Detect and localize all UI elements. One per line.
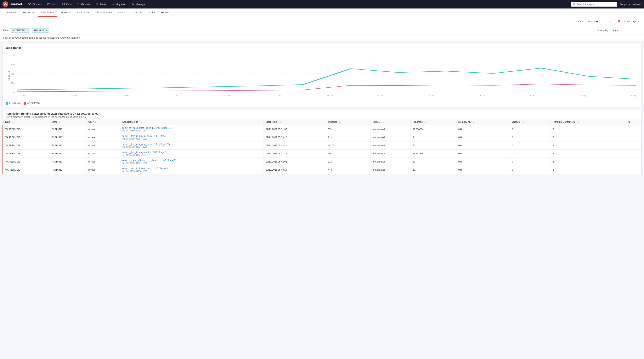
filter-tag-accepted-remove[interactable]: ✕ [26,29,28,32]
col-memory-mb[interactable]: Memory MB ▲▼ [456,119,510,125]
subnav-elasticsearch[interactable]: Elasticsearch [94,9,114,16]
application-section: Application running between 07-05-2021 0… [2,110,642,174]
col-user[interactable]: User ▲▼ [86,119,120,125]
cell-user: unravel [86,158,120,166]
x-tick-7: 5. Jul [378,94,383,97]
group-by-arrow: ▾ [638,29,639,32]
cell-settings [626,141,642,150]
filter-row: Filter ACCEPTED ✕ RUNNING ✕ Group By Sta… [0,26,644,35]
cell-user: unravel [86,150,120,158]
cell-state: RUNNING [50,150,86,158]
cell-app-name[interactable]: select i_item_id, ca_country,...100 (Sta… [120,150,264,158]
cell-running-containers: 3 [551,141,626,150]
filter-tag-accepted: ACCEPTED ✕ [10,28,30,33]
controls-row: Cluster PG-CDH ▾ 📅 Last 90 Days ▾ [0,17,644,26]
subnav-kafka[interactable]: Kafka [146,9,158,16]
svg-point-2 [28,3,29,4]
logo[interactable]: unravel [2,1,22,7]
legend-running[interactable]: RUNNING [6,102,20,105]
table-row: MAPREDUCE RUNNING unravel select i_item_… [3,150,642,158]
cell-vcores: 0 [510,158,550,166]
subnav-kibana[interactable]: Kibana [132,9,145,16]
cell-queue: root.unravel [370,158,411,166]
cell-queue: root.unravel [370,125,411,133]
info-row: Click on any point on the charts to see … [0,35,644,41]
cell-app-name[interactable]: select i_item_id ,i_item_desc ...100 (St… [120,133,264,141]
nav-manage[interactable]: Manage [129,1,147,7]
subnav-hbase[interactable]: HBase [158,9,171,16]
cell-running-containers: 5 [551,133,626,141]
cell-state: RUNNING [50,133,86,141]
col-settings[interactable]: ⚙ [626,119,642,125]
controls-right: Cluster PG-CDH ▾ [576,19,613,24]
cell-app-name[interactable]: select ca_zip ,sum(cs_sales_pr...100 (St… [120,125,264,133]
subnav-resources[interactable]: Resources [20,9,37,16]
chart-legend: RUNNING ACCEPTED [2,101,642,107]
col-vcores[interactable]: VCores ▲▼ [510,119,550,125]
legend-accepted[interactable]: ACCEPTED [24,102,40,105]
legend-accepted-dot [24,102,26,105]
subnav-overview[interactable]: Overview [3,9,19,16]
subnav-jobs-trends[interactable]: Jobs Trends [38,9,57,16]
subnav-chargeback[interactable]: Chargeback [74,9,94,16]
y-axis: 400 300 200 100 0 [6,54,16,94]
cell-memory-mb: 0 B [456,141,510,150]
y-tick-0: 0 [13,91,14,94]
cell-app-name[interactable]: select i_brand_id brand_id, i_brand b...… [120,158,264,166]
col-progress[interactable]: Progress ▲▼ [410,119,456,125]
group-by-value: State [612,29,618,32]
support-button[interactable]: Support ▾ [620,3,630,6]
nav-jobs[interactable]: Jobs [45,1,59,7]
application-title: Application running between 07-05-2021 0… [6,112,638,115]
subnav-workload[interactable]: Workload [58,9,74,16]
cell-user: unravel [86,141,120,150]
group-by-select[interactable]: State ▾ [610,28,641,33]
col-app-name[interactable]: App Name / ID ▲▼ [120,119,264,125]
col-type[interactable]: Type ▲▼ [3,119,50,125]
nav-reports[interactable]: Reports [75,1,92,7]
cell-vcores: 0 [510,166,550,174]
search-box[interactable] [571,2,617,6]
group-by-section: Group By State ▾ [598,28,641,33]
col-running-containers[interactable]: Running Containers ▲▼ [551,119,626,125]
cell-start-time: 07/11/2021 05:42:02 [264,158,326,166]
calendar-icon: 📅 [617,20,620,23]
chart-plot[interactable] [17,54,636,93]
chart-menu-button[interactable]: ··· [634,46,638,50]
cell-queue: root.unravel [370,166,411,174]
svg-point-1 [29,4,30,5]
cluster-value: PG-CDH [588,20,598,23]
cell-user: unravel [86,125,120,133]
date-range-picker[interactable]: 📅 Last 90 Days ▾ [615,19,641,24]
svg-point-0 [2,1,8,7]
cell-vcores: 0 [510,141,550,150]
col-queue[interactable]: Queue ▲▼ [370,119,411,125]
nav-alerts[interactable]: Alerts [93,1,108,7]
cell-start-time: 07/11/2021 05:33:12 [264,133,326,141]
y-tick-200: 200 [11,73,14,75]
cluster-select[interactable]: PG-CDH ▾ [586,19,613,24]
cell-type: MAPREDUCE [3,141,50,150]
search-input[interactable] [576,3,616,6]
nav-reports-label: Reports [81,3,90,6]
cell-duration: 50s [326,150,370,158]
nav-migration[interactable]: Migration [109,1,128,7]
chart-title: Jobs Trends [6,46,22,49]
col-state[interactable]: State ▲▼ [50,119,86,125]
subnav-logstash[interactable]: Logstash [115,9,131,16]
filter-tag-running-remove[interactable]: ✕ [46,29,47,32]
svg-point-5 [30,5,31,5]
x-tick-10: 26. Jul [529,94,535,97]
cell-running-containers: 3 [551,150,626,158]
applications-table: Type ▲▼ State ▲▼ User ▲▼ App Name / ID ▲… [2,119,642,174]
jobs-trends-chart-section: Jobs Trends ··· 400 300 200 100 0 Job Co… [2,43,642,107]
col-start-time[interactable]: Start Time ▲▼ [264,119,326,125]
cell-app-name[interactable]: select i_item_id ,i_item_desc ...100 (St… [120,166,264,174]
nav-data[interactable]: Data [60,1,74,7]
nav-clusters[interactable]: Clusters [26,1,44,7]
table-row: MAPREDUCE RUNNING unravel select i_item_… [3,141,642,150]
col-duration[interactable]: Duration ▲▼ [326,119,370,125]
cell-app-name[interactable]: select i_item_id ,i_item_desc ...100 (St… [120,141,264,150]
nav-alerts-label: Alerts [100,3,106,6]
admin-button[interactable]: admin ▾ [633,3,642,6]
